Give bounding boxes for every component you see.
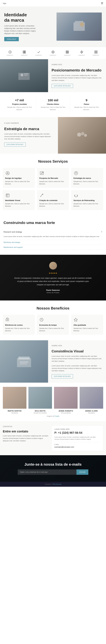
svg-point-17	[81, 132, 84, 135]
icon-item-3[interactable]: CONTACT	[35, 50, 42, 56]
stat-label-3: Países	[73, 103, 100, 106]
what-we-do-section: O QUE FAZEMOS Estratégia de marca Lorem …	[0, 117, 106, 154]
svg-rect-10	[66, 51, 69, 53]
icon-label-3: CONTACT	[35, 54, 42, 56]
hero-title: Identidade da marca	[4, 12, 57, 23]
service-desc-4: Sample text. Click to select the Text El…	[5, 202, 32, 207]
newsletter-section: Junte-se à nossa lista de e-mails ENVIAR	[0, 455, 106, 482]
services-title: Nossos Serviços	[3, 159, 103, 164]
team-member-2: BOLA MATTE Gerente de escritório	[28, 387, 52, 414]
consistency-cta-button[interactable]: EXPLORAR DETALHES	[51, 374, 73, 378]
stat-item-3: 9 Países Sample text. Click to select th…	[70, 96, 103, 113]
benefit-title-3: Alta qualidade	[74, 324, 101, 326]
svg-rect-15	[24, 75, 28, 76]
positioning-cta-button[interactable]: EXPLORAR DETALHES	[51, 84, 73, 88]
team-member-3: JENNIE ROBERTS Vice-presidenta	[54, 387, 78, 414]
what-we-do-title: Estratégia de marca	[4, 127, 54, 131]
svg-point-19	[6, 172, 9, 175]
newsletter-submit-button[interactable]: ENVIAR	[76, 470, 88, 475]
service-desc-2: Sample text. Click to select the Text El…	[39, 180, 67, 185]
service-icon-3	[74, 171, 79, 176]
icon-label-6: CONTACT	[78, 54, 85, 56]
hero-cta-button[interactable]: SAIBA MAIS	[4, 37, 19, 41]
contact-phone: P: +1 (324) 987-56-54	[55, 431, 100, 434]
consistency-img-svg	[16, 354, 32, 368]
hero-description: Lorem ipsum dolor sit amet, consectetur …	[4, 24, 41, 35]
team-source-link[interactable]: Freepik	[55, 416, 59, 417]
positioning-description: Lorem ipsum dolor sit amet, consectetur …	[51, 74, 102, 82]
service-card-3: Estratégia de marca Sample text. Click t…	[71, 168, 103, 188]
testimonial-section: ★★★★★ Nomen consequuntur molestias nunc …	[0, 255, 106, 300]
newsletter-title: Junte-se à nossa lista de e-mails	[4, 462, 102, 466]
stats-section: +7 mil Projetos mundiais Sample text. Cl…	[0, 92, 106, 117]
service-icon-6	[74, 193, 79, 198]
icon-item-6[interactable]: CONTACT	[78, 50, 85, 56]
icon-shape-1	[8, 50, 12, 54]
icon-label-2: CONTACT	[21, 54, 28, 56]
newsletter-email-input[interactable]	[18, 470, 76, 475]
icon-label-7: CONTACT	[93, 54, 99, 56]
team-grid: BERTIE NORTON Secretária BOLA MATTE Gere…	[3, 387, 103, 414]
consistency-title: Consistência Visual	[51, 349, 102, 353]
contact-left: CONTATOS Entre em contato Lorem ipsum do…	[3, 426, 49, 451]
svg-rect-7	[24, 52, 26, 53]
icon-item-2[interactable]: CONTACT	[21, 50, 28, 56]
icon-shape-5	[65, 50, 69, 54]
menu-icon[interactable]: ☰	[101, 2, 103, 5]
consistency-content: SOBRE NÓS Consistência Visual Lorem ipsu…	[48, 340, 106, 383]
team-name-1: BERTIE NORTON	[3, 410, 26, 412]
contact-phone-label: LIGUE PARA NÓS	[55, 428, 100, 430]
svg-rect-14	[24, 74, 28, 74]
consistency-description: Lorem ipsum dolor sit amet, consectetur …	[51, 355, 102, 362]
svg-point-8	[52, 51, 54, 53]
benefit-desc-2: Sample text. Click to select the Text El…	[39, 327, 67, 332]
contact-description: Lorem ipsum dolor sit amet, consectetur …	[3, 435, 49, 442]
svg-rect-31	[18, 356, 30, 360]
service-desc-3: Sample text. Click to select the Text El…	[74, 180, 101, 185]
team-role-3: Vice-presidenta	[54, 412, 78, 414]
icon-shape-3	[37, 50, 41, 54]
accordion-body-1: Lorem ipsum dolor sit amet, consectetur …	[4, 235, 102, 240]
benefit-icon-3	[74, 318, 79, 322]
benefit-card-2: Economia de tempo Sample text. Click to …	[37, 315, 69, 335]
icon-shape-7	[94, 50, 98, 54]
benefit-title-2: Economia de tempo	[39, 324, 67, 326]
team-name-4: JENNIE CLAIRE	[80, 410, 103, 412]
accordion-icon-1: +	[101, 230, 102, 234]
service-title-5: Criação de conteúdo	[39, 199, 67, 202]
service-card-6: Serviços de Rebranding Sample text. Clic…	[71, 190, 103, 210]
testimonial-stars: ★★★★★	[49, 272, 57, 274]
icon-item-7[interactable]: CONTACT	[93, 50, 99, 56]
consistency-section: SOBRE NÓS Consistência Visual Lorem ipsu…	[0, 340, 106, 383]
positioning-label: SOBRE NÓS	[51, 64, 102, 66]
stat-value-1: +7 mil	[6, 98, 33, 102]
stat-item-2: 100 mil Clientes felizes Sample text. Cl…	[36, 96, 70, 113]
accordion-header-1[interactable]: Research and strategy +	[4, 228, 102, 235]
accordion-link-wireframe[interactable]: Wireframe and design	[4, 240, 102, 245]
services-section: Nossos Serviços Design de logotipo Sampl…	[0, 154, 106, 216]
svg-point-16	[77, 133, 81, 136]
testimonial-avatar	[49, 262, 57, 270]
contact-email-label: E-MAIL	[55, 444, 100, 445]
service-desc-5: Sample text. Click to select the Text El…	[39, 202, 67, 207]
contact-right: LIGUE PARA NÓS P: +1 (324) 987-56-54 Lor…	[51, 426, 103, 451]
svg-rect-5	[24, 51, 26, 52]
icon-label-5: CONTACT	[64, 54, 71, 56]
icon-item-5[interactable]: CONTACT	[64, 50, 71, 56]
consistency-label: SOBRE NÓS	[51, 344, 102, 347]
benefits-title: Nossos Benefícios	[3, 306, 103, 310]
contact-label: CONTATOS	[3, 426, 49, 428]
positioning-img-svg	[17, 70, 31, 81]
icon-item-1[interactable]: CONTACT	[7, 50, 13, 56]
service-icon-1	[5, 171, 10, 176]
benefit-icon-2	[39, 318, 44, 322]
accordion-link-maintenance[interactable]: Maintenance and support	[4, 245, 102, 250]
svg-rect-1	[75, 21, 83, 22]
what-we-do-description: Lorem ipsum dolor sit amet, consectetur …	[4, 133, 54, 140]
team-source-text: Imagens de	[47, 416, 54, 417]
contact-divider	[55, 442, 100, 442]
icon-item-4[interactable]: CONTACT	[50, 50, 56, 56]
service-icon-5	[39, 193, 44, 198]
what-we-do-cta-button[interactable]: EXPLORAR DETALHES	[4, 142, 26, 146]
footer-link[interactable]: Click info here	[52, 484, 61, 485]
